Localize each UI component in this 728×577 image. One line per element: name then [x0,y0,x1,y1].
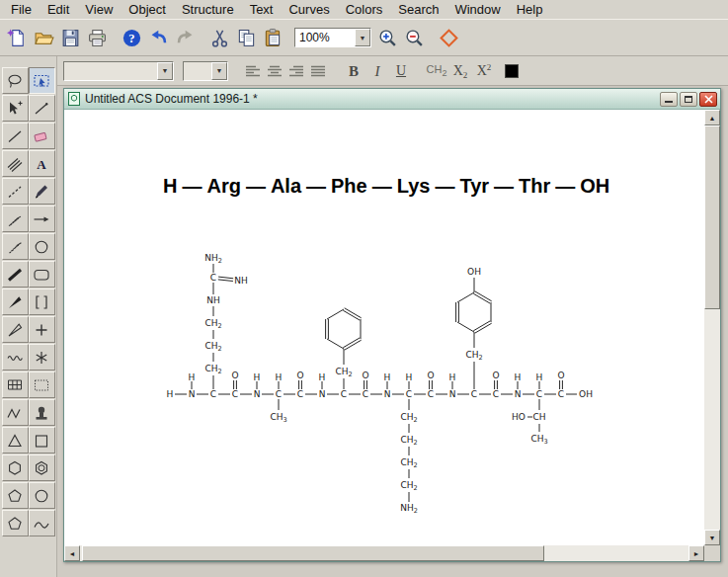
hashed-wedge-tool[interactable] [2,233,29,260]
color-swatch[interactable] [505,64,519,78]
selection-rect-tool[interactable] [29,371,55,398]
vertical-scroll-thumb[interactable] [704,125,720,309]
multiple-bond-tool[interactable] [2,150,29,177]
menu-colors[interactable]: Colors [338,1,391,18]
move-tool[interactable] [2,95,29,122]
help-button[interactable]: ? [119,25,145,51]
single-bond-tool[interactable] [2,123,29,149]
redo-button[interactable] [172,25,199,51]
hashed-bond-tool[interactable] [2,206,29,232]
subscript-base: X [453,63,463,79]
eraser-tool[interactable] [29,123,55,149]
menu-object[interactable]: Object [121,1,174,18]
formula-button[interactable]: CH2 [426,60,447,82]
plus-tool[interactable] [29,316,55,343]
svg-text:C: C [493,389,499,399]
bold-bond-tool[interactable] [2,261,29,288]
align-justify-button[interactable] [307,60,329,82]
right-column: ▼ ▼ B I U CH2 X2 X2 [57,56,728,577]
paste-button[interactable] [260,25,286,51]
subscript-button[interactable]: X2 [449,60,471,82]
align-center-button[interactable] [264,60,285,82]
lasso-tool[interactable] [2,67,29,94]
pen-tool[interactable] [29,178,55,205]
zoom-dropdown-button[interactable]: ▼ [355,29,370,46]
horizontal-scroll-track[interactable] [80,545,688,561]
zoom-in-button[interactable] [374,25,401,51]
restore-button[interactable] [680,92,697,107]
underline-button[interactable]: U [390,60,412,82]
menu-window[interactable]: Window [446,1,508,18]
template-tool[interactable] [29,399,55,426]
scroll-right-button[interactable]: ► [688,545,704,561]
chain-tool[interactable] [2,399,29,426]
orbital-tool[interactable] [29,233,55,260]
benzene-tool[interactable] [29,454,55,481]
menu-text[interactable]: Text [242,1,282,18]
align-right-button[interactable] [285,60,307,82]
bracket-tool[interactable] [29,288,55,315]
svg-text:O: O [492,371,499,380]
scroll-down-button[interactable]: ▼ [704,530,720,545]
rounded-rect-tool[interactable] [29,261,55,288]
svg-text:OH: OH [579,389,593,399]
save-button[interactable] [57,25,84,51]
undo-button[interactable] [145,25,172,51]
svg-text:O: O [557,371,564,380]
vertical-scroll-track[interactable] [704,125,720,530]
text-tool[interactable]: A [29,150,55,177]
menu-help[interactable]: Help [509,1,551,18]
cyclohexane-tool[interactable] [2,454,29,481]
scroll-left-button[interactable]: ◄ [64,545,80,561]
wedge-bond-tool[interactable] [2,288,29,315]
svg-text:N: N [449,389,456,399]
menu-edit[interactable]: Edit [40,1,77,18]
zoom-out-button[interactable] [401,25,428,51]
curve-tool[interactable] [29,510,55,536]
print-button[interactable] [84,25,111,51]
vertical-scrollbar[interactable]: ▲ ▼ [704,110,720,545]
horizontal-scrollbar[interactable]: ◄ ► [64,545,704,561]
italic-button[interactable]: I [366,60,388,82]
new-document-button[interactable] [4,25,31,51]
cut-button[interactable] [206,25,233,51]
hollow-wedge-tool[interactable] [2,316,29,343]
marquee-tool[interactable] [29,67,55,94]
cyclopentadiene-tool[interactable] [2,510,29,536]
square-tool[interactable] [29,427,55,453]
align-left-button[interactable] [242,60,264,82]
copy-button[interactable] [233,25,260,51]
close-button[interactable] [699,92,717,107]
shape-diamond-button[interactable] [436,25,462,51]
wavy-bond-tool[interactable] [2,344,29,371]
cyclopentane-tool[interactable] [2,482,29,509]
horizontal-scroll-thumb[interactable] [82,545,544,561]
arrow-tool[interactable] [29,206,55,232]
document-canvas[interactable]: H—Arg—Ala—Phe—Lys—Tyr—Thr—OH HNHCCONHCHC… [64,110,704,545]
circle-tool[interactable] [29,482,55,509]
menu-file[interactable]: File [3,1,40,18]
triangle-tool[interactable] [2,427,29,453]
asterisk-tool[interactable] [29,344,55,371]
document-titlebar[interactable]: Untitled ACS Document 1996-1 * [64,89,720,110]
zoom-combo[interactable]: 100% ▼ [294,28,371,47]
minimize-button[interactable] [660,92,678,107]
table-tool[interactable] [2,371,29,398]
bold-button[interactable]: B [343,60,364,82]
bond-tool[interactable] [29,95,55,122]
menu-view[interactable]: View [77,1,121,18]
svg-text:C: C [536,389,542,399]
font-dropdown-button[interactable]: ▼ [157,62,173,80]
open-button[interactable] [31,25,57,51]
application-window: FileEditViewObjectStructureTextCurvesCol… [0,0,728,577]
menu-structure[interactable]: Structure [174,1,242,18]
superscript-button[interactable]: X2 [473,60,495,82]
font-size-combo[interactable]: ▼ [183,61,228,81]
menu-curves[interactable]: Curves [281,1,337,18]
scroll-up-button[interactable]: ▲ [704,110,720,125]
superscript-base: X [477,63,487,79]
font-combo[interactable]: ▼ [63,61,174,81]
dashed-bond-tool[interactable] [2,178,29,205]
font-size-dropdown-button[interactable]: ▼ [211,62,227,80]
menu-search[interactable]: Search [390,1,446,18]
